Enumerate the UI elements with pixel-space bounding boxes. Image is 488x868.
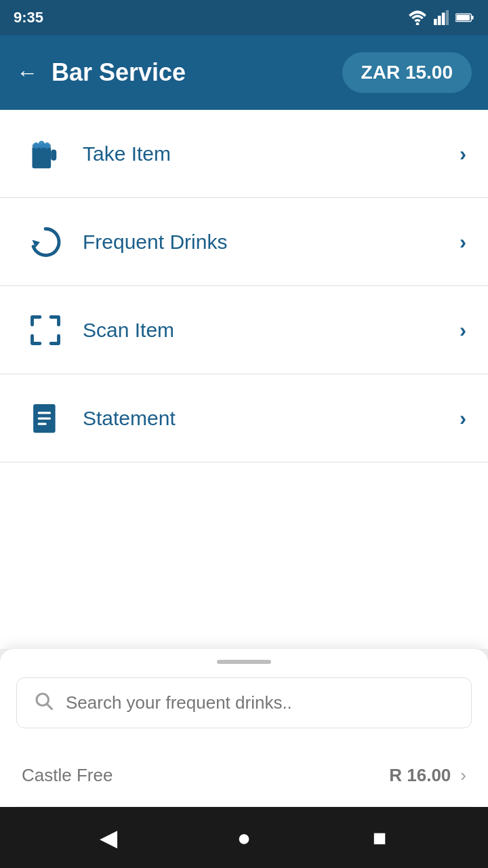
svg-line-21 — [47, 705, 52, 709]
drink-price-row: R 16.00 › — [389, 765, 466, 786]
drink-name: Castle Free — [22, 765, 113, 786]
svg-rect-19 — [38, 422, 47, 425]
beer-icon — [22, 136, 69, 172]
svg-rect-17 — [38, 412, 52, 414]
wifi-icon — [408, 10, 427, 25]
svg-point-20 — [37, 694, 49, 706]
scan-item-chevron: › — [460, 319, 466, 342]
document-icon — [22, 401, 69, 436]
bottom-sheet: Castle Free R 16.00 › — [0, 649, 488, 807]
scan-item-label: Scan Item — [69, 319, 460, 342]
svg-point-0 — [416, 22, 420, 25]
nav-home-button[interactable]: ● — [224, 817, 264, 858]
frequent-drinks-label: Frequent Drinks — [69, 231, 460, 254]
take-item-label: Take Item — [69, 142, 460, 165]
statement-chevron: › — [460, 407, 466, 430]
status-icons — [408, 10, 474, 25]
svg-rect-8 — [33, 147, 52, 168]
svg-rect-3 — [442, 13, 445, 25]
svg-rect-18 — [38, 417, 52, 419]
svg-rect-2 — [438, 16, 441, 25]
nav-back-button[interactable]: ◀ — [88, 817, 129, 858]
drink-price: R 16.00 — [389, 765, 451, 786]
drink-chevron: › — [460, 765, 466, 786]
battery-icon — [455, 12, 474, 23]
nav-recent-button[interactable]: ■ — [359, 817, 400, 858]
menu-item-statement[interactable]: Statement › — [0, 374, 488, 462]
drink-list-item[interactable]: Castle Free R 16.00 › — [16, 745, 472, 807]
menu-item-scan-item[interactable]: Scan Item › — [0, 286, 488, 374]
svg-rect-14 — [52, 151, 56, 159]
menu-item-frequent-drinks[interactable]: Frequent Drinks › — [0, 198, 488, 286]
menu-item-take-item[interactable]: Take Item › — [0, 110, 488, 198]
svg-rect-4 — [446, 10, 449, 25]
back-button[interactable]: ← — [16, 62, 38, 83]
page-title: Bar Service — [52, 58, 186, 87]
status-bar: 9:35 — [0, 0, 488, 35]
app-header: ← Bar Service ZAR 15.00 — [0, 35, 488, 110]
scan-icon — [22, 313, 69, 348]
drag-handle — [217, 660, 271, 664]
balance-badge: ZAR 15.00 — [342, 52, 472, 93]
svg-rect-6 — [472, 16, 474, 20]
svg-rect-7 — [456, 15, 470, 20]
svg-point-11 — [33, 142, 39, 149]
take-item-chevron: › — [460, 142, 466, 165]
signal-icon — [434, 10, 449, 25]
main-content: Take Item › Frequent Drinks › Scan Item … — [0, 110, 488, 649]
nav-bar: ◀ ● ■ — [0, 807, 488, 868]
search-box[interactable] — [16, 677, 472, 728]
svg-point-12 — [38, 140, 45, 148]
header-left: ← Bar Service — [16, 58, 186, 87]
statement-label: Statement — [69, 407, 460, 430]
svg-point-13 — [44, 142, 49, 149]
search-input[interactable] — [66, 692, 455, 713]
status-time: 9:35 — [14, 9, 43, 26]
frequent-drinks-chevron: › — [460, 231, 466, 254]
svg-rect-1 — [434, 19, 437, 25]
search-icon — [33, 690, 54, 715]
refresh-icon — [22, 224, 69, 260]
